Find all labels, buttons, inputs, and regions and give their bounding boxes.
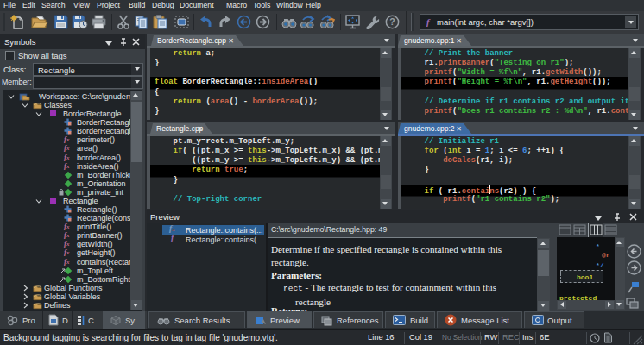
svg-text:?: ? [389, 16, 395, 27]
